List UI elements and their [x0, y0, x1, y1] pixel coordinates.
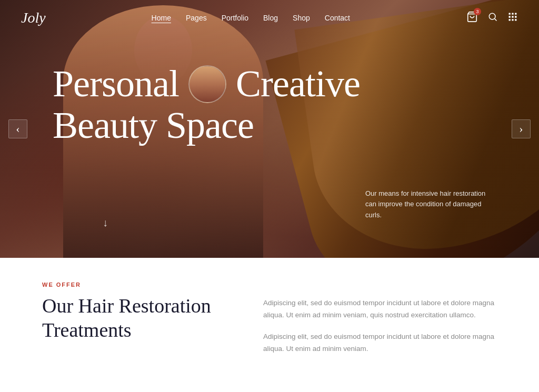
hero-content: Personal Creative Beauty Space: [53, 63, 360, 146]
nav-contact[interactable]: Contact: [325, 14, 350, 22]
hero-title-row2: Beauty Space: [53, 105, 360, 146]
section-left: WE OFFER Our Hair Restoration Treatments: [42, 282, 221, 342]
svg-rect-4: [512, 13, 513, 14]
svg-rect-10: [512, 19, 513, 21]
hero-description: Our means for intensive hair restoration…: [365, 188, 497, 221]
nav-portfolio[interactable]: Portfolio: [222, 14, 248, 22]
svg-rect-9: [508, 19, 510, 21]
svg-rect-5: [515, 13, 516, 14]
description-paragraph-1: Adipiscing elit, sed do euismod tempor i…: [263, 297, 497, 321]
main-nav: Home Pages Portfolio Blog Shop Contact: [152, 14, 350, 22]
section-title-line2: Treatments: [42, 319, 132, 341]
hero-next-button[interactable]: ›: [512, 119, 531, 138]
site-header: Joly Home Pages Portfolio Blog Shop Cont…: [0, 0, 539, 36]
nav-pages[interactable]: Pages: [186, 14, 207, 22]
description-paragraph-2: Adipiscing elit, sed do euismod tempor i…: [263, 331, 497, 355]
section-right: Adipiscing elit, sed do euismod tempor i…: [263, 282, 497, 365]
grid-menu-icon[interactable]: [507, 12, 518, 25]
svg-rect-6: [508, 16, 510, 17]
site-logo[interactable]: Joly: [21, 9, 46, 26]
hero-title-row1: Personal Creative: [53, 63, 360, 105]
lower-section: WE OFFER Our Hair Restoration Treatments…: [0, 258, 539, 392]
nav-blog[interactable]: Blog: [263, 14, 278, 22]
cart-badge: 3: [474, 8, 481, 15]
svg-rect-3: [508, 13, 510, 14]
hero-title-beautyspace: Beauty Space: [53, 104, 254, 146]
svg-rect-11: [515, 19, 516, 21]
svg-rect-7: [512, 16, 513, 17]
section-label: WE OFFER: [42, 282, 221, 288]
hero-prev-button[interactable]: ‹: [8, 119, 27, 138]
svg-rect-8: [515, 16, 516, 17]
hero-title-creative: Creative: [236, 63, 360, 105]
hero-oval-portrait: [188, 65, 226, 103]
nav-home[interactable]: Home: [152, 14, 171, 22]
header-icons: 3: [466, 11, 518, 25]
svg-line-2: [495, 18, 497, 21]
svg-point-1: [489, 13, 495, 19]
search-icon[interactable]: [487, 12, 498, 25]
hero-title-personal: Personal: [53, 63, 179, 105]
cart-icon[interactable]: 3: [466, 11, 478, 25]
hero-section: Joly Home Pages Portfolio Blog Shop Cont…: [0, 0, 539, 258]
scroll-down-arrow[interactable]: ↓: [103, 217, 108, 229]
section-title: Our Hair Restoration Treatments: [42, 294, 221, 342]
nav-shop[interactable]: Shop: [293, 14, 310, 22]
section-title-line1: Our Hair Restoration: [42, 295, 211, 317]
